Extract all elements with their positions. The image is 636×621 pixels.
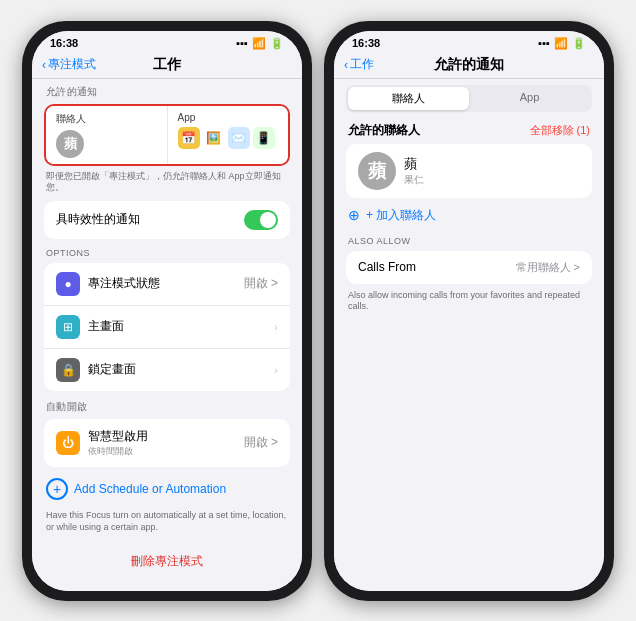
app-icon-4: 📱 [253, 127, 275, 149]
realtime-card: 具時效性的通知 [44, 201, 290, 239]
back-label-right: 工作 [350, 56, 374, 73]
smart-text-block: 智慧型啟用 依時間開啟 [88, 428, 148, 458]
contacts-col-title: 聯絡人 [56, 112, 157, 126]
contact-name: 蘋 [404, 155, 424, 173]
add-contact-icon: ⊕ [348, 207, 360, 223]
focus-status-row[interactable]: ● 專注模式狀態 開啟 > [44, 263, 290, 306]
contact-sub: 果仁 [404, 173, 424, 187]
battery-icon-right: 🔋 [572, 37, 586, 50]
calls-from-value: 常用聯絡人 > [516, 260, 580, 275]
smart-card: ⏻ 智慧型啟用 依時間開啟 開啟 > [44, 419, 290, 467]
apps-col-title: App [178, 112, 279, 123]
calls-from-value-row: 常用聯絡人 > [516, 260, 580, 275]
nav-title-left: 工作 [153, 56, 181, 74]
tab-contacts[interactable]: 聯絡人 [348, 87, 469, 110]
home-screen-chevron: › [274, 321, 278, 333]
app-icon-2: 🖼️ [203, 127, 225, 149]
allowed-notif-label: 允許的通知 [32, 79, 302, 101]
wifi-icon: 📶 [252, 37, 266, 50]
status-bar-right: 16:38 ▪▪▪ 📶 🔋 [334, 31, 604, 52]
lock-screen-row[interactable]: 🔒 鎖定畫面 › [44, 349, 290, 391]
contact-big-avatar: 蘋 [358, 152, 396, 190]
status-icons-right: ▪▪▪ 📶 🔋 [538, 37, 586, 50]
screen-content-left: 允許的通知 聯絡人 蘋 App 📅 🖼 [32, 79, 302, 591]
lock-screen-left: 🔒 鎖定畫面 [56, 358, 136, 382]
time-right: 16:38 [352, 37, 380, 49]
left-phone: 16:38 ▪▪▪ 📶 🔋 ‹ 專注模式 工作 允許的通知 [22, 21, 312, 601]
realtime-row[interactable]: 具時效性的通知 [44, 201, 290, 239]
right-phone: 16:38 ▪▪▪ 📶 🔋 ‹ 工作 允許的通知 聯絡人 App [324, 21, 614, 601]
also-allow-note: Also allow incoming calls from your favo… [334, 287, 604, 317]
app-icon-3: ✉️ [228, 127, 250, 149]
chevron-left-icon: ‹ [42, 58, 46, 72]
focus-status-label: 專注模式狀態 [88, 275, 160, 292]
smart-sub: 依時間開啟 [88, 445, 148, 458]
chevron-left-icon-right: ‹ [344, 58, 348, 72]
realtime-toggle[interactable] [244, 210, 278, 230]
signal-icon-right: ▪▪▪ [538, 37, 550, 49]
home-screen-row[interactable]: ⊞ 主畫面 › [44, 306, 290, 349]
app-icons-row: 📅 🖼️ ✉️ 📱 [178, 127, 279, 149]
add-schedule-row[interactable]: + Add Schedule or Automation [32, 470, 302, 508]
remove-all-btn[interactable]: 全部移除 (1) [530, 123, 591, 138]
home-screen-label: 主畫面 [88, 318, 124, 335]
add-schedule-desc: Have this Focus turn on automatically at… [32, 508, 302, 537]
contact-item[interactable]: 蘋 蘋 果仁 [346, 144, 592, 198]
smart-value: 開啟 > [244, 434, 278, 451]
nav-bar-right: ‹ 工作 允許的通知 [334, 52, 604, 79]
focus-status-value: 開啟 > [244, 275, 278, 292]
contact-info-block: 蘋 果仁 [404, 155, 424, 187]
signal-icon: ▪▪▪ [236, 37, 248, 49]
focus-status-right: 開啟 > [244, 275, 278, 292]
add-schedule-label: Add Schedule or Automation [74, 482, 226, 496]
allowed-contacts-text: 允許的聯絡人 [348, 122, 420, 139]
contacts-col: 聯絡人 蘋 [46, 106, 167, 164]
focus-status-left: ● 專注模式狀態 [56, 272, 160, 296]
tab-app[interactable]: App [469, 87, 590, 110]
apps-col: App 📅 🖼️ ✉️ 📱 [167, 106, 289, 164]
delete-label[interactable]: 刪除專注模式 [32, 547, 302, 576]
home-screen-icon: ⊞ [56, 315, 80, 339]
allowed-notif-card: 聯絡人 蘋 App 📅 🖼️ ✉️ 📱 [46, 106, 288, 164]
status-bar-left: 16:38 ▪▪▪ 📶 🔋 [32, 31, 302, 52]
back-button-right[interactable]: ‹ 工作 [344, 56, 374, 73]
right-screen: 16:38 ▪▪▪ 📶 🔋 ‹ 工作 允許的通知 聯絡人 App [334, 31, 604, 591]
smart-row[interactable]: ⏻ 智慧型啟用 依時間開啟 開啟 > [44, 419, 290, 467]
allowed-contacts-header: 允許的聯絡人 全部移除 (1) [334, 118, 604, 141]
back-label-left: 專注模式 [48, 56, 96, 73]
calls-from-row[interactable]: Calls From 常用聯絡人 > [346, 251, 592, 284]
tabs-row: 聯絡人 App [346, 85, 592, 112]
time-left: 16:38 [50, 37, 78, 49]
home-screen-left: ⊞ 主畫面 [56, 315, 124, 339]
smart-icon: ⏻ [56, 431, 80, 455]
allowed-notif-inner: 聯絡人 蘋 App 📅 🖼️ ✉️ 📱 [46, 106, 288, 164]
back-button-left[interactable]: ‹ 專注模式 [42, 56, 96, 73]
battery-icon: 🔋 [270, 37, 284, 50]
calls-from-label: Calls From [358, 260, 416, 274]
smart-label: 智慧型啟用 [88, 428, 148, 445]
app-icon-1: 📅 [178, 127, 200, 149]
status-icons-left: ▪▪▪ 📶 🔋 [236, 37, 284, 50]
nav-bar-left: ‹ 專注模式 工作 [32, 52, 302, 79]
options-card: ● 專注模式狀態 開啟 > ⊞ 主畫面 › [44, 263, 290, 391]
also-allow-label: ALSO ALLOW [334, 230, 604, 248]
add-schedule-icon: + [46, 478, 68, 500]
lock-screen-label: 鎖定畫面 [88, 361, 136, 378]
realtime-desc: 即便您已開啟「專注模式」，仍允許聯絡人和 App立即通知您。 [32, 169, 302, 198]
lock-screen-chevron: › [274, 364, 278, 376]
auto-label: 自動開啟 [32, 394, 302, 416]
add-contact-row[interactable]: ⊕ + 加入聯絡人 [334, 201, 604, 230]
focus-status-icon: ● [56, 272, 80, 296]
lock-screen-icon: 🔒 [56, 358, 80, 382]
smart-left: ⏻ 智慧型啟用 依時間開啟 [56, 428, 148, 458]
allowed-notif-highlight: 聯絡人 蘋 App 📅 🖼️ ✉️ 📱 [44, 104, 290, 166]
add-contact-label: + 加入聯絡人 [366, 207, 436, 224]
options-label: OPTIONS [32, 242, 302, 260]
left-screen: 16:38 ▪▪▪ 📶 🔋 ‹ 專注模式 工作 允許的通知 [32, 31, 302, 591]
wifi-icon-right: 📶 [554, 37, 568, 50]
realtime-label: 具時效性的通知 [56, 211, 140, 228]
screen-content-right: 允許的聯絡人 全部移除 (1) 蘋 蘋 果仁 ⊕ + 加入聯絡人 A [334, 118, 604, 591]
contact-avatar-small: 蘋 [56, 130, 84, 158]
nav-title-right: 允許的通知 [434, 56, 504, 74]
